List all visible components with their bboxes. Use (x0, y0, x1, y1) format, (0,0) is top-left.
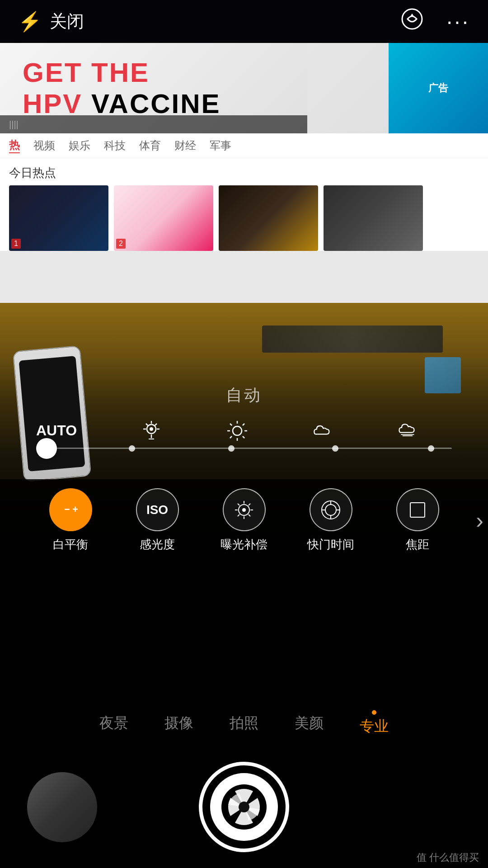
svg-line-15 (230, 424, 232, 425)
more-options-button[interactable]: ··· (446, 9, 470, 34)
mode-timelapse[interactable]: 夜景 (99, 713, 128, 733)
svg-text:+: + (72, 504, 78, 515)
thumb-2: 2 (114, 185, 213, 251)
ctrl-wb-label: 白平衡 (53, 537, 88, 552)
ctrl-exposure[interactable]: 曝光补偿 (201, 488, 287, 552)
section-title: 今日热点 (0, 158, 488, 185)
ctrl-shutter[interactable]: 快门时间 (287, 488, 374, 552)
slider-row (0, 448, 488, 449)
wb-shade-icon[interactable] (397, 418, 422, 443)
ctrl-focus-label: 焦距 (406, 537, 429, 552)
svg-text:−: − (64, 504, 70, 515)
screen-thumbs: 1 2 (0, 185, 488, 251)
svg-line-33 (238, 514, 239, 516)
controls-icons: − + 白平衡 ISO 感光度 (0, 488, 488, 552)
shutter-control-icon[interactable] (310, 488, 352, 531)
mode-pro[interactable]: 专业 (360, 710, 389, 736)
iso-label: ISO (146, 503, 168, 517)
thumbnail-preview[interactable] (27, 772, 97, 842)
svg-line-18 (230, 436, 232, 438)
screen-banner: GET THE HPV VACCINE 广告 |||| (0, 43, 488, 133)
svg-line-17 (243, 424, 244, 425)
svg-point-35 (325, 505, 336, 515)
slider-dot-2 (228, 445, 235, 452)
wb-cloudy-icon[interactable] (311, 418, 336, 443)
close-button[interactable]: 关闭 (50, 10, 84, 33)
mode-video-label: 摄像 (164, 715, 193, 731)
svg-point-0 (402, 9, 422, 29)
svg-line-30 (238, 504, 239, 505)
slider-thumb-main[interactable] (36, 438, 57, 459)
thumb-4 (324, 185, 423, 251)
ctrl-shutter-label: 快门时间 (307, 537, 354, 552)
wb-control-icon[interactable]: − + (49, 488, 92, 531)
top-left-controls: ⚡ 关闭 (18, 10, 84, 33)
cat-6: 军事 (210, 138, 231, 153)
mode-photo-label: 拍照 (230, 715, 258, 731)
ctrl-focus[interactable]: 焦距 (374, 488, 461, 552)
flash-icon[interactable]: ⚡ (18, 10, 42, 33)
svg-line-7 (155, 424, 157, 425)
desk-object2 (425, 357, 461, 393)
wb-tungsten-icon[interactable] (139, 418, 164, 443)
wb-row: AUTO (0, 418, 488, 443)
desk-object (262, 326, 443, 353)
bottom-controls (0, 746, 488, 868)
slider-dot-4 (428, 445, 434, 452)
ctrl-wb[interactable]: − + 白平衡 (27, 488, 114, 552)
slider-dot-1 (129, 445, 135, 452)
camera-flip-icon[interactable] (400, 7, 424, 36)
slider-dot-3 (332, 445, 338, 452)
wb-icons (108, 418, 452, 443)
iso-control-icon[interactable]: ISO (136, 488, 179, 531)
mode-pro-wrapper: 专业 (360, 710, 389, 736)
banner-right: 广告 (389, 43, 488, 133)
cat-2: 娱乐 (69, 138, 90, 153)
svg-line-16 (243, 436, 244, 438)
watermark: 值 什么值得买 (417, 851, 479, 864)
thumb-3 (219, 185, 318, 251)
screen-content: GET THE HPV VACCINE 广告 |||| 热 视频 娱乐 科技 体… (0, 43, 488, 305)
mode-beauty[interactable]: 美颜 (295, 713, 324, 733)
svg-point-8 (150, 427, 153, 431)
svg-rect-40 (410, 503, 425, 517)
ctrl-iso[interactable]: ISO 感光度 (114, 488, 201, 552)
spacer-right (391, 772, 461, 842)
mode-pro-label: 专业 (360, 717, 389, 736)
slider-track[interactable] (36, 448, 452, 449)
cat-hot: 热 (9, 138, 20, 153)
mode-photo[interactable]: 拍照 (230, 713, 258, 733)
mode-timelapse-label: 夜景 (99, 715, 128, 731)
aperture-icon (219, 782, 269, 832)
svg-line-32 (249, 504, 250, 505)
shutter-button[interactable] (199, 762, 289, 852)
exposure-control-icon[interactable] (223, 488, 266, 531)
ctrl-exposure-label: 曝光补偿 (221, 537, 267, 552)
controls-panel: − + 白平衡 ISO 感光度 (0, 479, 488, 557)
cat-4: 体育 (139, 138, 161, 153)
shutter-inner (210, 773, 278, 841)
thumb-1: 1 (9, 185, 108, 251)
banner-text: GET THE (23, 57, 285, 88)
wb-sunny-icon[interactable] (225, 418, 250, 443)
svg-point-25 (242, 508, 246, 512)
focus-control-icon[interactable] (396, 488, 439, 531)
banner-text2: HPV VACCINE (23, 88, 285, 119)
mode-video[interactable]: 摄像 (164, 713, 193, 733)
cat-5: 财经 (174, 138, 196, 153)
top-bar: ⚡ 关闭 ··· (0, 0, 488, 43)
mode-bar: 夜景 摄像 拍照 美颜 专业 (0, 705, 488, 741)
more-controls-arrow[interactable]: › (476, 507, 488, 533)
mode-active-dot (372, 710, 376, 715)
ctrl-iso-label: 感光度 (140, 537, 175, 552)
svg-point-10 (233, 426, 242, 435)
svg-line-31 (249, 514, 250, 516)
svg-point-42 (239, 802, 249, 812)
cat-3: 科技 (104, 138, 126, 153)
desk-phone (13, 345, 92, 482)
screen-categories: 热 视频 娱乐 科技 体育 财经 军事 (0, 133, 488, 158)
svg-line-6 (146, 424, 148, 425)
cat-1: 视频 (33, 138, 55, 153)
wb-auto-label[interactable]: AUTO (36, 422, 90, 439)
top-right-controls: ··· (400, 7, 470, 36)
